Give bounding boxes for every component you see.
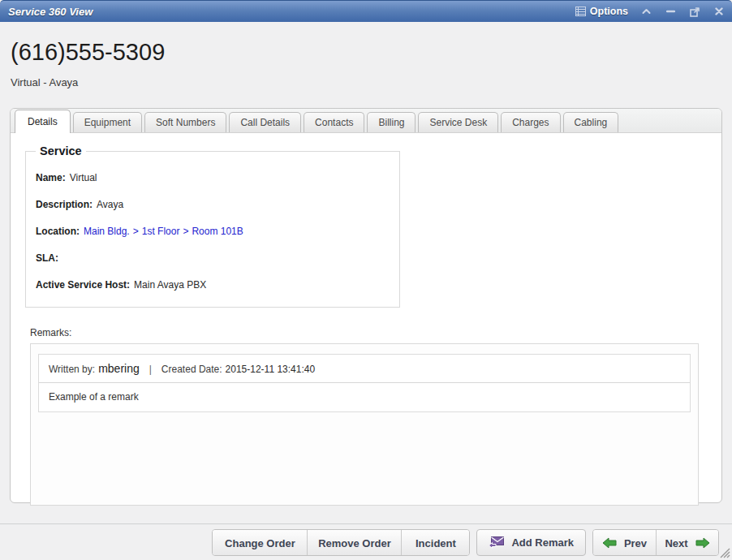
- arrow-right-icon: [695, 537, 710, 549]
- tab-equipment[interactable]: Equipment: [73, 112, 142, 132]
- incident-button[interactable]: Incident: [401, 530, 469, 556]
- tab-cabling[interactable]: Cabling: [563, 112, 619, 132]
- remarks-section-label: Remarks:: [30, 327, 699, 338]
- titlebar: Service 360 View Options: [0, 0, 732, 22]
- location-label: Location:: [36, 226, 80, 237]
- remark-header-divider: |: [149, 364, 152, 375]
- tab-soft-numbers[interactable]: Soft Numbers: [144, 112, 226, 132]
- add-remark-label: Add Remark: [511, 536, 574, 549]
- tab-service-desk[interactable]: Service Desk: [418, 112, 498, 132]
- bottom-toolbar: Change Order Remove Order Incident Add R…: [0, 523, 732, 560]
- remarks-list: Written by: mbering | Created Date: 2015…: [30, 343, 699, 506]
- name-value: Virtual: [70, 172, 97, 183]
- minimize-button[interactable]: [664, 5, 677, 18]
- restore-button[interactable]: [688, 5, 701, 18]
- popout-icon: [690, 6, 700, 17]
- collapse-button[interactable]: [639, 5, 652, 18]
- field-active-service-host: Active Service Host:Main Avaya PBX: [36, 279, 390, 291]
- options-list-icon: [575, 6, 586, 16]
- options-label: Options: [590, 6, 628, 17]
- remark-item: Written by: mbering | Created Date: 2015…: [38, 354, 691, 412]
- chevron-up-icon: [642, 8, 651, 15]
- tab-details[interactable]: Details: [15, 110, 71, 133]
- location-link-room[interactable]: Room 101B: [192, 226, 243, 237]
- sla-label: SLA:: [36, 252, 58, 264]
- written-by-label: Written by:: [49, 364, 95, 375]
- minus-icon: [666, 10, 675, 13]
- field-location: Location:Main Bldg.>1st Floor>Room 101B: [36, 226, 390, 237]
- location-link-building[interactable]: Main Bldg.: [84, 226, 130, 237]
- service-subtitle: Virtual - Avaya: [11, 76, 78, 88]
- location-link-floor[interactable]: 1st Floor: [142, 226, 180, 237]
- tab-contacts[interactable]: Contacts: [304, 112, 364, 132]
- tab-strip: Details Equipment Soft Numbers Call Deta…: [11, 109, 721, 133]
- remark-created-date: 2015-12-11 13:41:40: [226, 364, 316, 375]
- remark-author: mbering: [98, 362, 140, 375]
- tab-charges[interactable]: Charges: [501, 112, 560, 132]
- titlebar-controls: Options: [575, 5, 726, 18]
- field-description: Description:Avaya: [36, 199, 390, 210]
- location-separator: >: [133, 226, 139, 237]
- order-button-group: Change Order Remove Order Incident: [212, 529, 470, 556]
- location-separator: >: [183, 226, 188, 237]
- next-label: Next: [665, 537, 687, 549]
- field-name: Name:Virtual: [36, 172, 390, 183]
- remark-text: Example of a remark: [39, 383, 690, 411]
- host-value: Main Avaya PBX: [134, 279, 206, 291]
- resize-handle[interactable]: [719, 547, 730, 558]
- tab-billing[interactable]: Billing: [367, 112, 416, 132]
- window-title: Service 360 View: [8, 6, 93, 18]
- close-icon: [715, 7, 723, 15]
- options-button[interactable]: Options: [575, 6, 628, 17]
- tab-content-details: Service Name:Virtual Description:Avaya L…: [11, 133, 721, 506]
- details-panel: Details Equipment Soft Numbers Call Deta…: [10, 108, 722, 503]
- prev-button[interactable]: Prev: [593, 530, 656, 556]
- remark-header: Written by: mbering | Created Date: 2015…: [39, 355, 690, 383]
- name-label: Name:: [36, 172, 66, 183]
- tab-call-details[interactable]: Call Details: [229, 112, 301, 132]
- host-label: Active Service Host:: [36, 279, 130, 291]
- service-fieldset: Service Name:Virtual Description:Avaya L…: [25, 144, 400, 308]
- field-sla: SLA:: [36, 252, 390, 264]
- remove-order-button[interactable]: Remove Order: [307, 530, 401, 556]
- prev-label: Prev: [624, 537, 647, 549]
- envelope-reply-icon: [489, 536, 505, 549]
- description-label: Description:: [36, 199, 93, 210]
- add-remark-button[interactable]: Add Remark: [476, 529, 586, 556]
- next-button[interactable]: Next: [656, 530, 718, 556]
- change-order-button[interactable]: Change Order: [213, 530, 307, 556]
- prev-next-button-group: Prev Next: [592, 529, 719, 556]
- close-button[interactable]: [713, 5, 726, 18]
- phone-number-heading: (616)555-5309: [11, 38, 165, 66]
- service-legend: Service: [36, 144, 86, 157]
- created-date-label: Created Date:: [161, 364, 222, 375]
- description-value: Avaya: [97, 199, 123, 210]
- arrow-left-icon: [602, 537, 617, 549]
